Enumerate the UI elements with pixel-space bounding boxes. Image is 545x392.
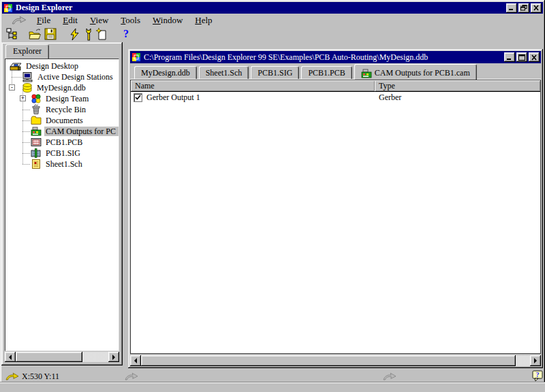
document-path-title: C:\Program Files\Design Explorer 99 SE\E… [144, 52, 504, 63]
cam-outputs-list: Name Type Gerber Output 1 Gerber [130, 80, 541, 354]
document-h-scrollbar [130, 355, 541, 366]
column-header-type[interactable]: Type [375, 80, 540, 91]
list-header: Name Type [131, 80, 540, 92]
tree-item-design-team[interactable]: + Design Team [5, 93, 119, 104]
tree-item-documents[interactable]: Documents [5, 115, 119, 126]
cursor-coordinates: X:530 Y:11 [22, 372, 59, 382]
column-header-name[interactable]: Name [131, 80, 375, 91]
explorer-panel-tab[interactable]: Explorer [5, 44, 49, 59]
selected-tree-label: CAM Outputs for PC [44, 127, 119, 136]
help-glyph: ? [536, 371, 540, 378]
cam-outputs-icon [31, 126, 42, 137]
workstation-icon [22, 71, 33, 82]
tab-pcb1-pcb[interactable]: PCB1.PCB [301, 66, 352, 79]
minimize-button[interactable] [506, 3, 517, 13]
status-arrow-yellow-icon[interactable] [5, 372, 19, 380]
save-button[interactable] [42, 27, 59, 42]
tree-item-sheet1-sch[interactable]: Sheet1.Sch [5, 159, 119, 169]
open-document-button[interactable] [27, 27, 43, 42]
row-name: Gerber Output 1 [146, 93, 200, 103]
sig-document-icon [31, 148, 42, 159]
explorer-h-scrollbar [5, 352, 119, 362]
explorer-tree-icon [6, 28, 18, 40]
run-button[interactable] [66, 27, 82, 42]
help-question-icon: ? [123, 28, 129, 40]
check-icon [135, 95, 141, 101]
tree-item-active-design-stations[interactable]: Active Design Stations [5, 71, 119, 82]
schematic-document-icon [31, 159, 42, 169]
desktop-icon [8, 61, 22, 71]
document-window: C:\Program Files\Design Explorer 99 SE\E… [128, 49, 543, 368]
tab-label: CAM Outputs for PCB1.cam [375, 68, 470, 78]
scroll-left-button[interactable] [130, 355, 141, 366]
open-folder-icon [28, 28, 42, 40]
doc-maximize-button[interactable] [516, 52, 527, 62]
new-document-icon [96, 28, 108, 41]
help-button[interactable]: ? [118, 27, 134, 42]
design-explorer-icon [131, 52, 141, 62]
context-help-icon[interactable]: ? [532, 370, 544, 382]
scroll-left-button[interactable] [5, 352, 16, 362]
floppy-disk-icon [44, 28, 57, 40]
table-row[interactable]: Gerber Output 1 Gerber [131, 92, 540, 103]
lightning-bolt-icon [69, 28, 80, 41]
scroll-right-button[interactable] [530, 355, 541, 366]
cam-outputs-icon [361, 68, 372, 79]
design-explorer-icon [3, 3, 13, 13]
status-arrow-gray-icon[interactable] [383, 372, 396, 380]
row-type: Gerber [375, 93, 540, 103]
pcb-document-icon [31, 137, 42, 148]
app-title-bar[interactable]: Design Explorer [2, 2, 543, 14]
design-team-icon [31, 93, 42, 104]
close-button[interactable] [531, 3, 542, 13]
folder-icon [31, 115, 42, 126]
menu-tools[interactable]: Tools [114, 14, 146, 27]
menu-help[interactable]: Help [189, 14, 218, 27]
tree-item-recycle-bin[interactable]: Recycle Bin [5, 104, 119, 115]
tab-mydesign-ddb[interactable]: MyDesign.ddb [134, 66, 197, 79]
tab-sheet1-sch[interactable]: Sheet1.Sch [199, 66, 249, 79]
collapse-expander[interactable]: - [9, 84, 15, 91]
tree-item-design-desktop[interactable]: Design Desktop [5, 61, 119, 71]
tree-item-pcb1-sig[interactable]: PCB1.SIG [5, 148, 119, 159]
menu-window[interactable]: Window [146, 14, 189, 27]
wrench-icon [84, 28, 95, 41]
document-tab-bar: MyDesign.ddb Sheet1.Sch PCB1.SIG PCB1.PC… [130, 63, 541, 80]
menu-view[interactable]: View [84, 14, 114, 27]
design-tree[interactable]: Design Desktop Active Design Stations - [5, 59, 119, 351]
scroll-track[interactable] [516, 355, 530, 366]
new-document-button[interactable] [94, 27, 110, 42]
toggle-explorer-button[interactable] [4, 27, 20, 42]
toolbar: ? [2, 26, 543, 42]
app-title: Design Explorer [16, 3, 506, 13]
tree-item-mydesign-ddb[interactable]: - MyDesign.ddb [5, 82, 119, 93]
tree-item-cam-outputs[interactable]: CAM Outputs for PC [5, 126, 119, 137]
menu-file[interactable]: File [31, 14, 57, 27]
recycle-bin-icon [31, 104, 42, 115]
tab-pcb1-sig[interactable]: PCB1.SIG [251, 66, 299, 79]
status-bar: X:530 Y:11 ? [0, 370, 545, 382]
tree-item-pcb1-pcb[interactable]: PCB1.PCB [5, 137, 119, 148]
status-arrow-gray-icon[interactable] [125, 372, 138, 380]
expand-expander[interactable]: + [20, 95, 26, 101]
explorer-panel: Explorer Design Desktop [1, 42, 123, 365]
scroll-track[interactable] [82, 352, 108, 362]
row-checkbox-checked[interactable] [134, 93, 142, 102]
database-icon [22, 82, 33, 93]
bottom-panel-strip [0, 382, 545, 392]
menu-bar: File Edit View Tools Window Help [2, 14, 543, 27]
tab-cam-outputs[interactable]: CAM Outputs for PCB1.cam [354, 64, 477, 80]
scroll-thumb[interactable] [16, 352, 82, 362]
restore-button[interactable] [518, 3, 529, 13]
document-title-bar[interactable]: C:\Program Files\Design Explorer 99 SE\E… [130, 51, 541, 63]
doc-minimize-button[interactable] [504, 52, 515, 62]
scroll-thumb[interactable] [141, 355, 516, 366]
doc-close-button[interactable] [529, 52, 540, 62]
scroll-right-button[interactable] [108, 352, 119, 362]
menu-edit[interactable]: Edit [57, 14, 84, 27]
menu-grip-arrow-icon[interactable] [12, 16, 27, 24]
design-explorer-app: { "colors":{"titlebar":"#000080","chrome… [0, 0, 545, 392]
